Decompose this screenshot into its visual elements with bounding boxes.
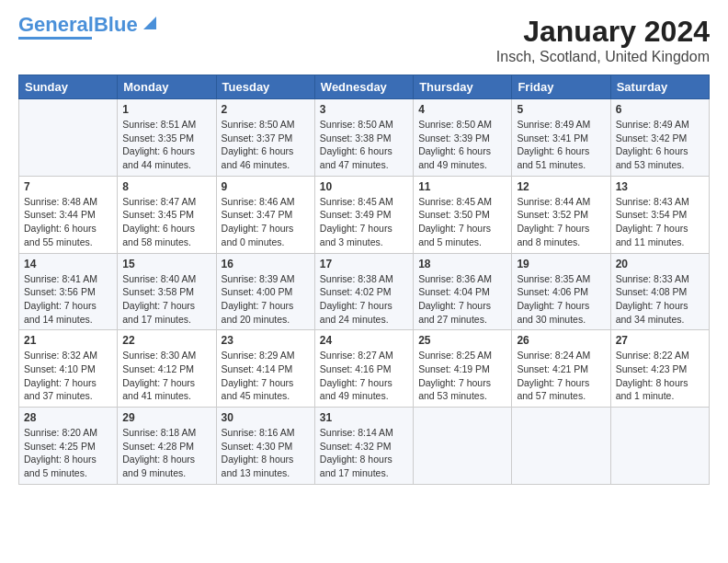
day-info: Sunrise: 8:27 AM Sunset: 4:16 PM Dayligh… [320,349,408,403]
day-info: Sunrise: 8:50 AM Sunset: 3:39 PM Dayligh… [418,118,506,172]
calendar-cell: 22Sunrise: 8:30 AM Sunset: 4:12 PM Dayli… [118,330,216,408]
calendar-cell [610,408,709,485]
calendar-week-row: 14Sunrise: 8:41 AM Sunset: 3:56 PM Dayli… [19,253,710,330]
day-number: 19 [517,258,605,270]
calendar-week-row: 21Sunrise: 8:32 AM Sunset: 4:10 PM Dayli… [19,330,710,408]
day-info: Sunrise: 8:46 AM Sunset: 3:47 PM Dayligh… [222,195,310,249]
day-info: Sunrise: 8:29 AM Sunset: 4:14 PM Dayligh… [222,349,310,403]
day-info: Sunrise: 8:33 AM Sunset: 4:08 PM Dayligh… [616,272,704,327]
calendar-cell: 18Sunrise: 8:36 AM Sunset: 4:04 PM Dayli… [414,253,512,330]
day-info: Sunrise: 8:45 AM Sunset: 3:49 PM Dayligh… [320,195,408,249]
day-number: 25 [418,334,506,347]
logo-line [18,37,92,40]
day-number: 21 [24,334,112,347]
logo-text: GeneralBlue [18,15,138,35]
calendar-cell: 7Sunrise: 8:48 AM Sunset: 3:44 PM Daylig… [19,176,118,253]
day-info: Sunrise: 8:14 AM Sunset: 4:32 PM Dayligh… [320,426,408,480]
day-info: Sunrise: 8:47 AM Sunset: 3:45 PM Dayligh… [122,195,210,249]
day-info: Sunrise: 8:45 AM Sunset: 3:50 PM Dayligh… [418,195,506,249]
calendar-cell: 24Sunrise: 8:27 AM Sunset: 4:16 PM Dayli… [314,330,413,408]
calendar-cell [19,99,118,177]
page: GeneralBlue January 2024 Insch, Scotland… [0,0,728,563]
calendar-week-row: 7Sunrise: 8:48 AM Sunset: 3:44 PM Daylig… [19,176,710,253]
calendar-cell: 1Sunrise: 8:51 AM Sunset: 3:35 PM Daylig… [118,99,216,177]
calendar-cell: 2Sunrise: 8:50 AM Sunset: 3:37 PM Daylig… [216,99,314,177]
calendar-cell: 28Sunrise: 8:20 AM Sunset: 4:25 PM Dayli… [19,408,118,485]
logo-part1: General [18,13,94,36]
calendar-cell: 11Sunrise: 8:45 AM Sunset: 3:50 PM Dayli… [414,176,512,253]
calendar-cell [414,408,512,485]
calendar-cell: 12Sunrise: 8:44 AM Sunset: 3:52 PM Dayli… [512,176,610,253]
day-number: 24 [320,334,408,347]
day-info: Sunrise: 8:43 AM Sunset: 3:54 PM Dayligh… [616,195,704,249]
day-info: Sunrise: 8:22 AM Sunset: 4:23 PM Dayligh… [616,349,704,403]
day-info: Sunrise: 8:16 AM Sunset: 4:30 PM Dayligh… [222,426,310,480]
day-info: Sunrise: 8:24 AM Sunset: 4:21 PM Dayligh… [517,349,605,403]
logo-part2: Blue [94,13,138,36]
day-info: Sunrise: 8:48 AM Sunset: 3:44 PM Dayligh… [24,195,112,249]
logo: GeneralBlue [18,15,160,40]
day-number: 27 [616,334,704,347]
calendar-cell: 16Sunrise: 8:39 AM Sunset: 4:00 PM Dayli… [216,253,314,330]
day-of-week-header: Sunday [19,75,118,99]
day-info: Sunrise: 8:50 AM Sunset: 3:37 PM Dayligh… [222,118,310,172]
title-area: January 2024 Insch, Scotland, United Kin… [496,15,710,65]
calendar-cell: 26Sunrise: 8:24 AM Sunset: 4:21 PM Dayli… [512,330,610,408]
day-number: 18 [418,258,506,270]
calendar-cell: 15Sunrise: 8:40 AM Sunset: 3:58 PM Dayli… [118,253,216,330]
month-title: January 2024 [496,15,710,49]
day-number: 29 [122,411,210,424]
day-info: Sunrise: 8:36 AM Sunset: 4:04 PM Dayligh… [418,272,506,327]
logo-icon [140,13,160,33]
calendar-cell: 27Sunrise: 8:22 AM Sunset: 4:23 PM Dayli… [610,330,709,408]
day-info: Sunrise: 8:49 AM Sunset: 3:41 PM Dayligh… [517,118,605,172]
day-number: 1 [122,103,210,116]
calendar-cell: 8Sunrise: 8:47 AM Sunset: 3:45 PM Daylig… [118,176,216,253]
day-info: Sunrise: 8:30 AM Sunset: 4:12 PM Dayligh… [122,349,210,403]
day-number: 16 [222,258,310,270]
calendar-cell: 29Sunrise: 8:18 AM Sunset: 4:28 PM Dayli… [118,408,216,485]
day-number: 9 [222,180,310,193]
day-info: Sunrise: 8:25 AM Sunset: 4:19 PM Dayligh… [418,349,506,403]
calendar-header-row: SundayMondayTuesdayWednesdayThursdayFrid… [19,75,710,99]
calendar-cell: 4Sunrise: 8:50 AM Sunset: 3:39 PM Daylig… [414,99,512,177]
calendar-cell: 13Sunrise: 8:43 AM Sunset: 3:54 PM Dayli… [610,176,709,253]
calendar-cell: 5Sunrise: 8:49 AM Sunset: 3:41 PM Daylig… [512,99,610,177]
day-number: 26 [517,334,605,347]
day-of-week-header: Thursday [414,75,512,99]
day-number: 7 [24,180,112,193]
calendar-cell: 20Sunrise: 8:33 AM Sunset: 4:08 PM Dayli… [610,253,709,330]
day-number: 22 [122,334,210,347]
day-number: 14 [24,258,112,270]
day-number: 15 [122,258,210,270]
day-info: Sunrise: 8:39 AM Sunset: 4:00 PM Dayligh… [222,272,310,327]
day-number: 11 [418,180,506,193]
day-number: 20 [616,258,704,270]
day-info: Sunrise: 8:44 AM Sunset: 3:52 PM Dayligh… [517,195,605,249]
svg-marker-0 [143,17,156,29]
calendar-week-row: 28Sunrise: 8:20 AM Sunset: 4:25 PM Dayli… [19,408,710,485]
day-info: Sunrise: 8:40 AM Sunset: 3:58 PM Dayligh… [122,272,210,327]
day-number: 8 [122,180,210,193]
calendar-cell: 31Sunrise: 8:14 AM Sunset: 4:32 PM Dayli… [314,408,413,485]
calendar-cell: 3Sunrise: 8:50 AM Sunset: 3:38 PM Daylig… [314,99,413,177]
day-number: 10 [320,180,408,193]
day-number: 31 [320,411,408,424]
day-number: 28 [24,411,112,424]
day-info: Sunrise: 8:50 AM Sunset: 3:38 PM Dayligh… [320,118,408,172]
calendar-cell: 30Sunrise: 8:16 AM Sunset: 4:30 PM Dayli… [216,408,314,485]
calendar-cell: 17Sunrise: 8:38 AM Sunset: 4:02 PM Dayli… [314,253,413,330]
day-number: 2 [222,103,310,116]
calendar-cell: 6Sunrise: 8:49 AM Sunset: 3:42 PM Daylig… [610,99,709,177]
calendar-cell: 23Sunrise: 8:29 AM Sunset: 4:14 PM Dayli… [216,330,314,408]
calendar-cell: 10Sunrise: 8:45 AM Sunset: 3:49 PM Dayli… [314,176,413,253]
day-info: Sunrise: 8:20 AM Sunset: 4:25 PM Dayligh… [24,426,112,480]
calendar-cell: 19Sunrise: 8:35 AM Sunset: 4:06 PM Dayli… [512,253,610,330]
calendar-cell: 9Sunrise: 8:46 AM Sunset: 3:47 PM Daylig… [216,176,314,253]
day-number: 3 [320,103,408,116]
day-number: 23 [222,334,310,347]
day-of-week-header: Friday [512,75,610,99]
day-of-week-header: Tuesday [216,75,314,99]
day-of-week-header: Wednesday [314,75,413,99]
day-number: 5 [517,103,605,116]
